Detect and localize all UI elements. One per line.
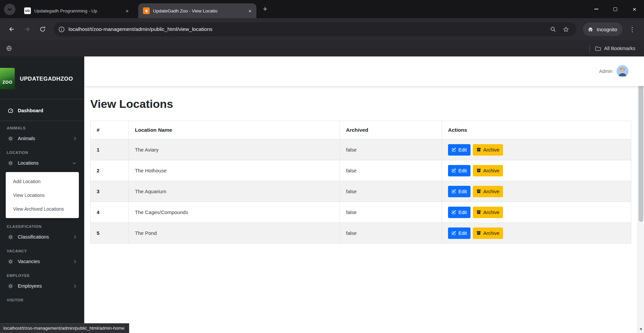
tab-search-button[interactable]	[4, 4, 15, 15]
maximize-icon	[613, 7, 617, 11]
archive-button[interactable]: Archive	[473, 144, 503, 156]
chevron-right-icon	[73, 284, 76, 288]
chevron-down-icon	[8, 7, 11, 10]
browser-menu-button[interactable]: ⋮	[626, 23, 639, 36]
edit-button[interactable]: Edit	[448, 144, 470, 156]
triangle-down-icon	[640, 328, 642, 330]
gear-icon	[7, 284, 13, 289]
tab-close-icon[interactable]: ×	[247, 8, 253, 14]
sidebar-item-label: Locations	[18, 160, 39, 166]
gear-icon	[7, 259, 13, 264]
sidebar-section-classification: CLASSIFICATION	[0, 219, 84, 229]
browser-tab-zoo-active[interactable]: UpdateGadh Zoo - View Locatio ×	[138, 3, 256, 18]
edit-label: Edit	[458, 147, 467, 153]
submenu-item-view-locations[interactable]: View Locations	[6, 188, 79, 202]
column-header-location-name: Location Name	[129, 121, 340, 139]
edit-button[interactable]: Edit	[448, 207, 470, 218]
forward-arrow-icon	[23, 26, 31, 33]
url-text[interactable]: localhost/t/zoo-management/admin/public_…	[68, 26, 546, 32]
divider	[0, 99, 84, 99]
zoo-logo-text: ZOO	[0, 80, 15, 85]
incognito-badge: Incognito	[583, 23, 623, 36]
table-row: 1 The Aviary false Edit Archive	[91, 139, 631, 160]
avatar[interactable]	[616, 65, 629, 77]
location-name: The Cages/Compounds	[129, 202, 340, 223]
chevron-right-icon	[73, 137, 76, 140]
archive-button[interactable]: Archive	[473, 227, 503, 239]
browser-toolbar: localhost/t/zoo-management/admin/public_…	[0, 18, 644, 40]
dashboard-gauge-icon	[7, 108, 13, 114]
zoo-favicon	[143, 7, 150, 14]
archive-icon	[477, 231, 481, 235]
reload-button[interactable]	[36, 23, 49, 36]
edit-label: Edit	[458, 168, 467, 173]
page-scrollbar[interactable]	[638, 56, 644, 333]
submenu-item-add-location[interactable]: Add Location	[6, 174, 79, 188]
chevron-right-icon	[73, 260, 76, 263]
edit-button[interactable]: Edit	[448, 227, 470, 239]
zoom-icon[interactable]	[547, 24, 559, 35]
sidebar-section-animals: ANIMALS	[0, 121, 84, 131]
archive-label: Archive	[483, 147, 499, 153]
tab-close-icon[interactable]: ×	[124, 8, 130, 14]
window-maximize-button[interactable]	[606, 0, 625, 18]
edit-button[interactable]: Edit	[448, 186, 470, 197]
location-name: The Aquarium	[129, 181, 340, 202]
row-number: 3	[91, 181, 129, 202]
all-bookmarks-label: All Bookmarks	[604, 46, 635, 51]
zoo-logo: ZOO	[0, 68, 15, 89]
actions-cell: Edit Archive	[442, 202, 631, 223]
updategadh-favicon: UG	[24, 7, 31, 14]
table-row: 2 The Hothouse false Edit Archive	[91, 160, 631, 181]
archive-icon	[477, 168, 481, 173]
sidebar-section-location: LOCATION	[0, 145, 84, 155]
tab-title: Updategadh Programming - Up	[34, 8, 121, 13]
archive-button[interactable]: Archive	[473, 165, 503, 176]
edit-button[interactable]: Edit	[448, 165, 470, 176]
bookmark-globe-icon[interactable]	[6, 45, 12, 51]
address-bar[interactable]: localhost/t/zoo-management/admin/public_…	[54, 22, 576, 36]
archive-label: Archive	[483, 210, 499, 215]
bookmarks-divider	[589, 45, 590, 52]
brand-name: UPDATEGADHZOO	[20, 76, 73, 82]
browser-tab-strip: UG Updategadh Programming - Up × UpdateG…	[0, 0, 644, 18]
bookmark-star-icon[interactable]	[560, 24, 572, 35]
scrollbar-thumb[interactable]	[639, 65, 643, 222]
sidebar-item-label: Animals	[18, 136, 35, 141]
location-name: The Hothouse	[129, 160, 340, 181]
main-panel: View Locations # Location Name Archived …	[84, 86, 644, 244]
sidebar-item-animals[interactable]: Animals	[0, 131, 84, 145]
row-number: 5	[91, 223, 129, 244]
bookmarks-bar: All Bookmarks	[0, 40, 644, 56]
column-header-archived: Archived	[340, 121, 442, 139]
site-info-icon[interactable]	[58, 26, 65, 33]
browser-tab-updategadh[interactable]: UG Updategadh Programming - Up ×	[19, 3, 134, 18]
archive-button[interactable]: Archive	[473, 207, 503, 218]
sidebar: ZOO UPDATEGADHZOO Dashboard ANIMALS Anim…	[0, 56, 84, 333]
sidebar-item-locations[interactable]: Locations	[0, 156, 84, 170]
column-header-actions: Actions	[442, 121, 631, 139]
new-tab-button[interactable]: +	[260, 4, 270, 14]
sidebar-item-employees[interactable]: Employees	[0, 279, 84, 293]
sidebar-item-dashboard[interactable]: Dashboard	[0, 103, 84, 118]
brand[interactable]: ZOO UPDATEGADHZOO	[0, 68, 84, 89]
scrollbar-down-arrow[interactable]	[638, 326, 644, 332]
sidebar-item-classifications[interactable]: Classifications	[0, 230, 84, 244]
archived-value: false	[340, 160, 442, 181]
back-button[interactable]	[5, 23, 18, 36]
window-minimize-button[interactable]	[587, 0, 606, 18]
sidebar-item-vacancies[interactable]: Vacancies	[0, 254, 84, 268]
archived-value: false	[340, 202, 442, 223]
all-bookmarks-button[interactable]: All Bookmarks	[595, 46, 635, 51]
forward-button[interactable]	[20, 23, 34, 36]
archive-button[interactable]: Archive	[473, 186, 503, 197]
archive-label: Archive	[483, 168, 499, 173]
table-header-row: # Location Name Archived Actions	[91, 121, 631, 139]
sidebar-item-label: Vacancies	[18, 259, 40, 264]
back-arrow-icon	[8, 26, 15, 33]
page-title: View Locations	[90, 97, 644, 111]
submenu-item-view-archived-locations[interactable]: View Archived Locations	[6, 202, 79, 216]
sidebar-item-label: Employees	[18, 283, 42, 289]
archive-icon	[477, 210, 481, 214]
window-close-button[interactable]: ×	[625, 0, 644, 18]
